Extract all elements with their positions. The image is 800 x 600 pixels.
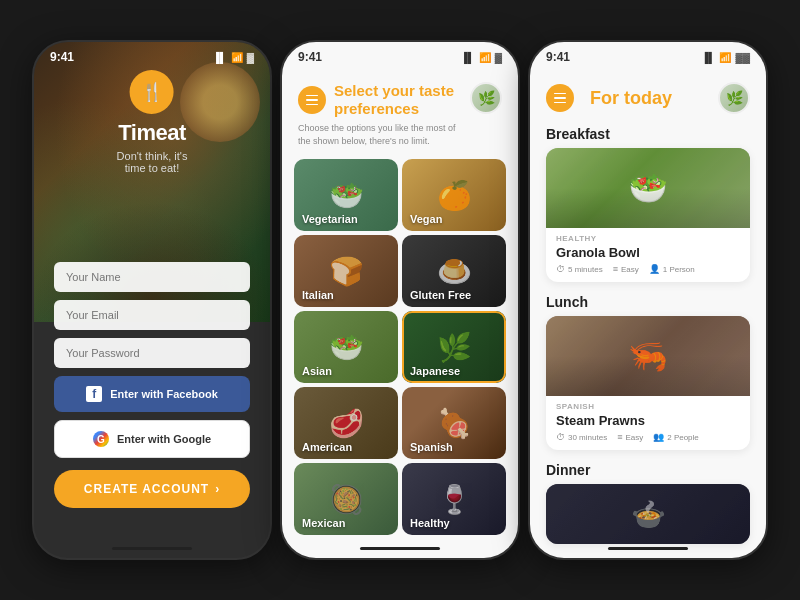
breakfast-name: Granola Bowl [556,245,740,260]
american-label: American [302,441,352,453]
today-title-row: For today [546,84,672,112]
category-american[interactable]: 🥩 American [294,387,398,459]
category-healthy[interactable]: 🍷 Healthy [402,463,506,535]
taste-categories-grid: 🥗 Vegetarian 🍊 Vegan 🍞 Italian 🍮 Gluten … [282,155,518,547]
asian-label: Asian [302,365,332,377]
lunch-time: ⏱ 30 minutes [556,432,607,442]
dinner-section-title: Dinner [530,458,766,484]
breakfast-overlay [546,148,750,228]
password-input[interactable] [54,338,250,368]
category-mexican[interactable]: 🥘 Mexican [294,463,398,535]
difficulty-icon: ≡ [613,264,618,274]
lunch-servings-label: 2 People [667,433,699,442]
lunch-tag: SPANISH [556,402,740,411]
lunch-info: SPANISH Steam Prawns ⏱ 30 minutes ≡ Easy… [546,396,750,450]
lunch-section-title: Lunch [530,290,766,316]
google-button-label: Enter with Google [117,433,211,445]
breakfast-difficulty-label: Easy [621,265,639,274]
clock-icon: ⏱ [556,264,565,274]
japanese-label: Japanese [410,365,460,377]
google-icon: G [93,431,109,447]
status-icons-1: ▐▌ 📶 ▓ [213,52,254,63]
email-input[interactable] [54,300,250,330]
facebook-login-button[interactable]: f Enter with Facebook [54,376,250,412]
preferences-subtitle: Choose the options you like the most of … [298,122,470,147]
category-italian[interactable]: 🍞 Italian [294,235,398,307]
home-indicator-3 [608,547,688,550]
breakfast-info: HEALTHY Granola Bowl ⏱ 5 minutes ≡ Easy … [546,228,750,282]
time-3: 9:41 [546,50,570,64]
login-screen: 9:41 ▐▌ 📶 ▓ 🍴 Timeat Don't think, it'sti… [32,40,272,560]
name-input[interactable] [54,262,250,292]
app-logo-icon: 🍴 [130,70,174,114]
category-spanish[interactable]: 🍖 Spanish [402,387,506,459]
google-login-button[interactable]: G Enter with Google [54,420,250,458]
login-form: f Enter with Facebook G Enter with Googl… [34,262,270,508]
signal-icon-2: ▐▌ [461,52,475,63]
breakfast-servings: 👤 1 Person [649,264,695,274]
breakfast-image: 🥗 [546,148,750,228]
breakfast-card[interactable]: 🥗 HEALTHY Granola Bowl ⏱ 5 minutes ≡ Eas… [546,148,750,282]
lunch-image: 🦐 [546,316,750,396]
mexican-label: Mexican [302,517,345,529]
person-icon: 👤 [649,264,660,274]
category-asian[interactable]: 🥗 Asian [294,311,398,383]
lunch-difficulty-label: Easy [625,433,643,442]
user-avatar[interactable]: 🌿 [470,82,502,114]
create-account-button[interactable]: CREATE ACCOUNT › [54,470,250,508]
create-account-label: CREATE ACCOUNT [84,482,209,496]
header-title-row: Select your tastepreferences [298,82,470,118]
menu-line-2 [306,99,318,101]
lunch-overlay [546,316,750,396]
screens-container: 9:41 ▐▌ 📶 ▓ 🍴 Timeat Don't think, it'sti… [32,40,768,560]
breakfast-meta: ⏱ 5 minutes ≡ Easy 👤 1 Person [556,264,740,274]
dinner-art: 🍲 [546,484,750,544]
status-icons-2: ▐▌ 📶 ▓ [461,52,502,63]
today-menu-icon[interactable] [546,84,574,112]
lunch-time-label: 30 minutes [568,433,607,442]
signal-icon: ▐▌ [213,52,227,63]
breakfast-difficulty: ≡ Easy [613,264,639,274]
menu-line-t2 [554,97,566,99]
wifi-icon: 📶 [231,52,243,63]
vegetarian-label: Vegetarian [302,213,358,225]
battery-icon-3: ▓▓ [735,52,750,63]
wifi-icon-3: 📶 [719,52,731,63]
arrow-icon: › [215,482,220,496]
home-indicator-2 [360,547,440,550]
facebook-button-label: Enter with Facebook [110,388,218,400]
food-decoration [180,62,260,142]
battery-icon-2: ▓ [495,52,502,63]
lunch-meta: ⏱ 30 minutes ≡ Easy 👥 2 People [556,432,740,442]
time-2: 9:41 [298,50,322,64]
dinner-card[interactable]: 🍲 [546,484,750,544]
battery-icon: ▓ [247,52,254,63]
preferences-title: Select your tastepreferences [334,82,454,118]
home-indicator [112,547,192,550]
status-bar-2: 9:41 ▐▌ 📶 ▓ [282,42,518,68]
category-vegetarian[interactable]: 🥗 Vegetarian [294,159,398,231]
category-glutenfree[interactable]: 🍮 Gluten Free [402,235,506,307]
menu-line-1 [306,95,318,97]
today-avatar[interactable]: 🌿 [718,82,750,114]
today-title: For today [590,88,672,109]
people-icon: 👥 [653,432,664,442]
japanese-art: 🌿 [402,311,506,383]
breakfast-servings-label: 1 Person [663,265,695,274]
status-icons-3: ▐▌ 📶 ▓▓ [701,52,750,63]
glutenfree-label: Gluten Free [410,289,471,301]
hamburger-icon-today [554,93,566,104]
status-bar-1: 9:41 ▐▌ 📶 ▓ [34,42,270,68]
time-1: 9:41 [50,50,74,64]
category-vegan[interactable]: 🍊 Vegan [402,159,506,231]
vegan-label: Vegan [410,213,442,225]
breakfast-time-label: 5 minutes [568,265,603,274]
menu-icon[interactable] [298,86,326,114]
category-japanese[interactable]: 🌿 Japanese [402,311,506,383]
healthy-label: Healthy [410,517,450,529]
signal-icon-3: ▐▌ [701,52,715,63]
logo-container: 🍴 Timeat Don't think, it'stime to eat! [117,70,188,174]
lunch-servings: 👥 2 People [653,432,699,442]
today-screen: 9:41 ▐▌ 📶 ▓▓ For today 🌿 Br [528,40,768,560]
lunch-card[interactable]: 🦐 SPANISH Steam Prawns ⏱ 30 minutes ≡ Ea… [546,316,750,450]
